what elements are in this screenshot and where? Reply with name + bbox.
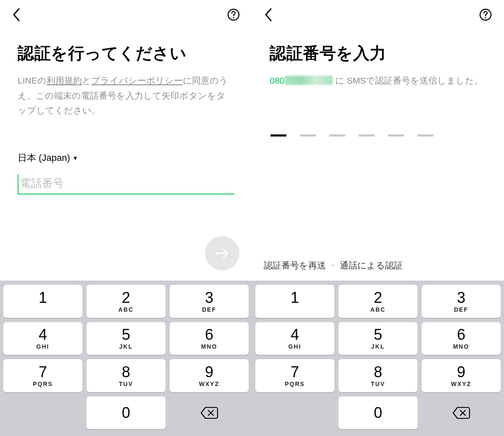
phone-input[interactable] xyxy=(18,174,234,194)
phone-field xyxy=(18,174,234,194)
keypad-key-6[interactable]: 6MNO xyxy=(422,322,501,355)
back-icon[interactable] xyxy=(264,8,273,22)
country-label: 日本 (Japan) xyxy=(18,152,70,164)
keypad-key-4[interactable]: 4GHI xyxy=(3,322,82,355)
svg-point-3 xyxy=(485,17,486,18)
redacted-phone xyxy=(284,76,333,85)
code-digit-1 xyxy=(270,134,286,137)
code-digit-3 xyxy=(329,134,345,137)
back-icon[interactable] xyxy=(12,8,21,22)
svg-point-1 xyxy=(233,17,234,18)
code-digit-6 xyxy=(417,134,433,137)
privacy-link[interactable]: プライバシーポリシー xyxy=(91,76,183,85)
code-digit-2 xyxy=(300,134,316,137)
chevron-down-icon: ▼ xyxy=(73,155,78,161)
help-icon[interactable] xyxy=(227,8,240,21)
keypad-key-5[interactable]: 5JKL xyxy=(87,322,165,355)
keypad-key-6[interactable]: 6MNO xyxy=(170,322,249,355)
help-icon[interactable] xyxy=(479,8,492,21)
page-title: 認証を行ってください xyxy=(18,42,234,65)
numeric-keypad: 1 2ABC3DEF4GHI5JKL6MNO7PQRS8TUV9WXYZ0 xyxy=(0,281,252,436)
keypad-key-5[interactable]: 5JKL xyxy=(339,322,417,355)
topbar xyxy=(252,0,504,29)
keypad-key-0[interactable]: 0 xyxy=(339,397,417,430)
keypad-key-3[interactable]: 3DEF xyxy=(422,285,501,318)
keypad-key-3[interactable]: 3DEF xyxy=(170,285,249,318)
country-selector[interactable]: 日本 (Japan) ▼ xyxy=(18,152,234,164)
backspace-icon[interactable] xyxy=(170,397,249,430)
keypad-blank xyxy=(3,397,82,430)
page-title: 認証番号を入力 xyxy=(270,42,486,65)
keypad-blank xyxy=(255,397,334,430)
keypad-key-4[interactable]: 4GHI xyxy=(255,322,334,355)
keypad-key-9[interactable]: 9WXYZ xyxy=(422,359,501,392)
keypad-key-8[interactable]: 8TUV xyxy=(339,359,417,392)
keypad-key-7[interactable]: 7PQRS xyxy=(3,359,82,392)
keypad-key-1[interactable]: 1 xyxy=(3,285,82,318)
keypad-key-7[interactable]: 7PQRS xyxy=(255,359,334,392)
keypad-key-2[interactable]: 2ABC xyxy=(87,285,165,318)
terms-link[interactable]: 利用規約 xyxy=(47,76,82,85)
topbar xyxy=(0,0,252,29)
keypad-key-1[interactable]: 1 xyxy=(255,285,334,318)
content-area: 認証を行ってください LINEの利用規約とプライバシーポリシーに同意のうえ、この… xyxy=(0,29,252,194)
bottom-links: 認証番号を再送 • 通話による認証 xyxy=(252,260,504,271)
keypad-key-2[interactable]: 2ABC xyxy=(339,285,417,318)
resend-code-link[interactable]: 認証番号を再送 xyxy=(264,260,326,271)
code-input[interactable] xyxy=(270,134,486,137)
call-auth-link[interactable]: 通話による認証 xyxy=(340,260,403,271)
content-area: 認証番号を入力 080 に SMSで認証番号を送信しました。 xyxy=(252,29,504,137)
keypad-key-9[interactable]: 9WXYZ xyxy=(170,359,249,392)
description-text: LINEの利用規約とプライバシーポリシーに同意のうえ、この端末の電話番号を入力し… xyxy=(18,73,234,118)
next-button[interactable] xyxy=(205,236,239,271)
code-digit-5 xyxy=(388,134,404,137)
keypad-key-0[interactable]: 0 xyxy=(87,397,165,430)
code-digit-4 xyxy=(359,134,375,137)
backspace-icon[interactable] xyxy=(422,397,501,430)
separator-dot: • xyxy=(332,262,334,269)
masked-phone-number: 080 xyxy=(270,76,284,85)
description-text: 080 に SMSで認証番号を送信しました。 xyxy=(270,73,486,88)
screen-code-entry: 認証番号を入力 080 に SMSで認証番号を送信しました。 認証番号を再送 •… xyxy=(252,0,504,436)
numeric-keypad: 1 2ABC3DEF4GHI5JKL6MNO7PQRS8TUV9WXYZ0 xyxy=(252,281,504,436)
keypad-key-8[interactable]: 8TUV xyxy=(87,359,165,392)
screen-phone-entry: 認証を行ってください LINEの利用規約とプライバシーポリシーに同意のうえ、この… xyxy=(0,0,252,436)
